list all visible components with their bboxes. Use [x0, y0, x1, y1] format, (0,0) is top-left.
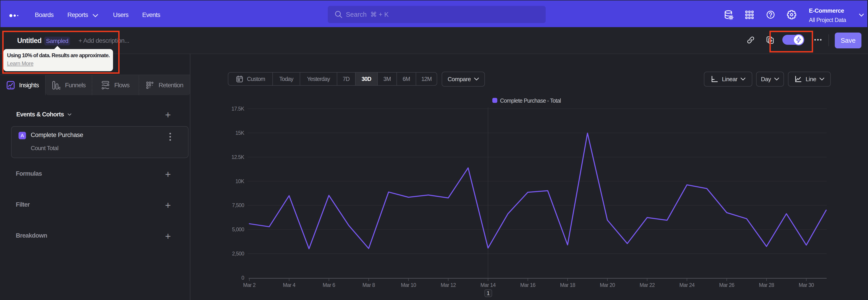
svg-text:Mar 4: Mar 4 — [283, 282, 296, 288]
svg-text:Mar 22: Mar 22 — [640, 282, 655, 288]
svg-text:2,500: 2,500 — [232, 251, 244, 257]
svg-text:Mar 16: Mar 16 — [520, 282, 535, 288]
svg-text:Mar 18: Mar 18 — [560, 282, 575, 288]
svg-text:12.5K: 12.5K — [231, 154, 245, 160]
svg-text:17.5K: 17.5K — [231, 106, 245, 112]
svg-text:0: 0 — [241, 275, 244, 281]
svg-text:Mar 10: Mar 10 — [401, 282, 416, 288]
svg-text:Mar 24: Mar 24 — [680, 282, 695, 288]
svg-text:Mar 12: Mar 12 — [441, 282, 456, 288]
svg-text:Mar 14: Mar 14 — [480, 282, 496, 288]
svg-text:Mar 30: Mar 30 — [799, 282, 814, 288]
svg-text:Mar 20: Mar 20 — [600, 282, 615, 288]
svg-text:10K: 10K — [235, 178, 244, 184]
svg-text:Mar 26: Mar 26 — [719, 282, 735, 288]
svg-text:5,000: 5,000 — [232, 227, 244, 232]
svg-text:Mar 6: Mar 6 — [323, 282, 335, 288]
svg-text:Mar 8: Mar 8 — [363, 282, 375, 288]
svg-text:15K: 15K — [235, 130, 244, 136]
svg-text:7,500: 7,500 — [232, 202, 244, 208]
svg-text:Mar 2: Mar 2 — [243, 282, 256, 288]
svg-text:Mar 28: Mar 28 — [759, 282, 774, 288]
